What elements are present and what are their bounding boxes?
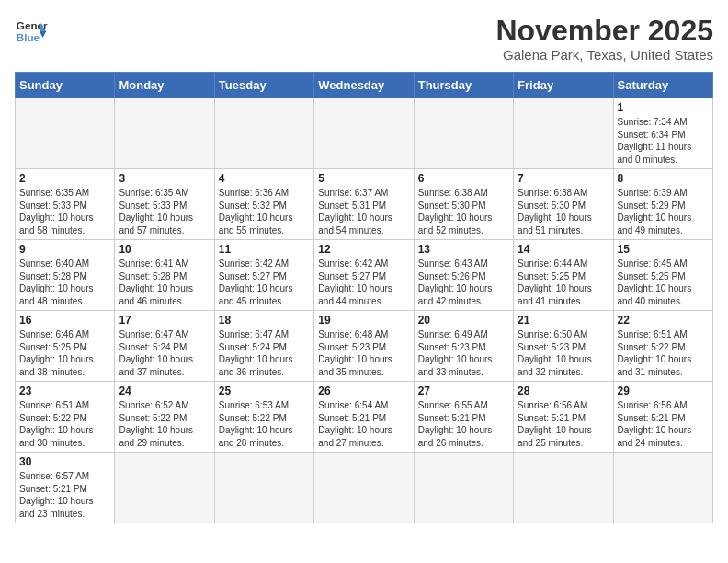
day-info: Sunrise: 6:55 AM Sunset: 5:21 PM Dayligh… [418,399,509,449]
day-cell [514,453,613,523]
day-cell: 3Sunrise: 6:35 AM Sunset: 5:33 PM Daylig… [115,169,214,240]
day-info: Sunrise: 6:56 AM Sunset: 5:21 PM Dayligh… [618,399,709,449]
day-cell [314,98,414,169]
day-info: Sunrise: 6:52 AM Sunset: 5:22 PM Dayligh… [119,399,210,449]
day-number: 9 [19,243,110,256]
day-cell: 22Sunrise: 6:51 AM Sunset: 5:22 PM Dayli… [613,311,712,382]
day-cell: 24Sunrise: 6:52 AM Sunset: 5:22 PM Dayli… [115,382,214,453]
day-cell: 16Sunrise: 6:46 AM Sunset: 5:25 PM Dayli… [16,311,115,382]
day-number: 21 [518,314,609,327]
weekday-header-sunday: Sunday [16,73,115,98]
day-cell: 13Sunrise: 6:43 AM Sunset: 5:26 PM Dayli… [414,240,513,311]
day-cell: 26Sunrise: 6:54 AM Sunset: 5:21 PM Dayli… [314,382,414,453]
day-info: Sunrise: 6:47 AM Sunset: 5:24 PM Dayligh… [119,328,210,378]
day-info: Sunrise: 6:41 AM Sunset: 5:28 PM Dayligh… [119,258,210,307]
day-number: 29 [618,385,709,397]
day-number: 6 [418,172,509,185]
day-number: 13 [418,243,509,256]
day-cell: 29Sunrise: 6:56 AM Sunset: 5:21 PM Dayli… [613,382,712,453]
day-cell: 14Sunrise: 6:44 AM Sunset: 5:25 PM Dayli… [514,240,613,311]
day-cell: 12Sunrise: 6:42 AM Sunset: 5:27 PM Dayli… [314,240,414,311]
day-cell [414,453,513,523]
day-info: Sunrise: 6:44 AM Sunset: 5:25 PM Dayligh… [518,258,609,307]
day-info: Sunrise: 6:54 AM Sunset: 5:21 PM Dayligh… [318,399,409,449]
weekday-header-monday: Monday [115,73,214,98]
week-row-1: 1Sunrise: 7:34 AM Sunset: 6:34 PM Daylig… [16,98,713,169]
day-number: 19 [318,314,409,327]
day-cell [514,98,613,169]
svg-text:Blue: Blue [17,31,40,43]
day-cell: 7Sunrise: 6:38 AM Sunset: 5:30 PM Daylig… [514,169,613,240]
day-cell: 18Sunrise: 6:47 AM Sunset: 5:24 PM Dayli… [214,311,313,382]
day-info: Sunrise: 6:46 AM Sunset: 5:25 PM Dayligh… [19,328,110,378]
day-cell [214,453,313,523]
calendar-table: SundayMondayTuesdayWednesdayThursdayFrid… [15,72,713,523]
day-cell: 10Sunrise: 6:41 AM Sunset: 5:28 PM Dayli… [115,240,214,311]
day-number: 26 [318,385,409,397]
day-cell: 17Sunrise: 6:47 AM Sunset: 5:24 PM Dayli… [115,311,214,382]
logo-icon: General Blue [15,15,48,48]
day-cell: 15Sunrise: 6:45 AM Sunset: 5:25 PM Dayli… [613,240,712,311]
month-title: November 2025 [495,15,713,47]
day-info: Sunrise: 6:45 AM Sunset: 5:25 PM Dayligh… [618,258,709,307]
title-area: November 2025 Galena Park, Texas, United… [495,15,713,63]
day-number: 11 [219,243,310,256]
day-info: Sunrise: 6:56 AM Sunset: 5:21 PM Dayligh… [518,399,609,449]
day-info: Sunrise: 6:36 AM Sunset: 5:32 PM Dayligh… [219,187,310,236]
day-info: Sunrise: 7:34 AM Sunset: 6:34 PM Dayligh… [618,116,709,166]
week-row-6: 30Sunrise: 6:57 AM Sunset: 5:21 PM Dayli… [16,453,713,523]
day-info: Sunrise: 6:57 AM Sunset: 5:21 PM Dayligh… [19,470,110,520]
header: General Blue November 2025 Galena Park, … [15,15,713,63]
week-row-2: 2Sunrise: 6:35 AM Sunset: 5:33 PM Daylig… [16,169,713,240]
day-info: Sunrise: 6:38 AM Sunset: 5:30 PM Dayligh… [418,187,509,236]
day-number: 15 [618,243,709,256]
day-info: Sunrise: 6:40 AM Sunset: 5:28 PM Dayligh… [19,258,110,307]
week-row-3: 9Sunrise: 6:40 AM Sunset: 5:28 PM Daylig… [16,240,713,311]
day-number: 20 [418,314,509,327]
day-cell: 21Sunrise: 6:50 AM Sunset: 5:23 PM Dayli… [514,311,613,382]
day-info: Sunrise: 6:42 AM Sunset: 5:27 PM Dayligh… [318,258,409,307]
day-number: 7 [518,172,609,185]
day-number: 25 [219,385,310,397]
day-info: Sunrise: 6:49 AM Sunset: 5:23 PM Dayligh… [418,328,509,378]
day-info: Sunrise: 6:47 AM Sunset: 5:24 PM Dayligh… [219,328,310,378]
day-number: 27 [418,385,509,397]
day-cell [613,453,712,523]
day-cell: 2Sunrise: 6:35 AM Sunset: 5:33 PM Daylig… [16,169,115,240]
day-info: Sunrise: 6:48 AM Sunset: 5:23 PM Dayligh… [318,328,409,378]
day-info: Sunrise: 6:35 AM Sunset: 5:33 PM Dayligh… [19,187,110,236]
day-info: Sunrise: 6:51 AM Sunset: 5:22 PM Dayligh… [618,328,709,378]
day-cell: 4Sunrise: 6:36 AM Sunset: 5:32 PM Daylig… [214,169,313,240]
day-cell: 8Sunrise: 6:39 AM Sunset: 5:29 PM Daylig… [613,169,712,240]
day-number: 17 [119,314,210,327]
day-cell: 19Sunrise: 6:48 AM Sunset: 5:23 PM Dayli… [314,311,414,382]
day-cell [214,98,313,169]
day-cell: 20Sunrise: 6:49 AM Sunset: 5:23 PM Dayli… [414,311,513,382]
logo: General Blue [15,15,48,48]
day-cell: 5Sunrise: 6:37 AM Sunset: 5:31 PM Daylig… [314,169,414,240]
day-number: 5 [318,172,409,185]
day-cell: 28Sunrise: 6:56 AM Sunset: 5:21 PM Dayli… [514,382,613,453]
day-cell [115,98,214,169]
day-cell [115,453,214,523]
day-cell: 9Sunrise: 6:40 AM Sunset: 5:28 PM Daylig… [16,240,115,311]
day-cell: 11Sunrise: 6:42 AM Sunset: 5:27 PM Dayli… [214,240,313,311]
location-subtitle: Galena Park, Texas, United States [495,47,713,63]
day-info: Sunrise: 6:50 AM Sunset: 5:23 PM Dayligh… [518,328,609,378]
weekday-header-thursday: Thursday [414,73,513,98]
day-info: Sunrise: 6:37 AM Sunset: 5:31 PM Dayligh… [318,187,409,236]
day-info: Sunrise: 6:51 AM Sunset: 5:22 PM Dayligh… [19,399,110,449]
day-number: 22 [618,314,709,327]
weekday-header-saturday: Saturday [613,73,712,98]
day-cell: 23Sunrise: 6:51 AM Sunset: 5:22 PM Dayli… [16,382,115,453]
day-cell [16,98,115,169]
day-cell: 25Sunrise: 6:53 AM Sunset: 5:22 PM Dayli… [214,382,313,453]
day-number: 18 [219,314,310,327]
week-row-5: 23Sunrise: 6:51 AM Sunset: 5:22 PM Dayli… [16,382,713,453]
day-number: 16 [19,314,110,327]
week-row-4: 16Sunrise: 6:46 AM Sunset: 5:25 PM Dayli… [16,311,713,382]
day-info: Sunrise: 6:35 AM Sunset: 5:33 PM Dayligh… [119,187,210,236]
day-number: 8 [618,172,709,185]
weekday-header-wednesday: Wednesday [314,73,414,98]
day-cell [414,98,513,169]
